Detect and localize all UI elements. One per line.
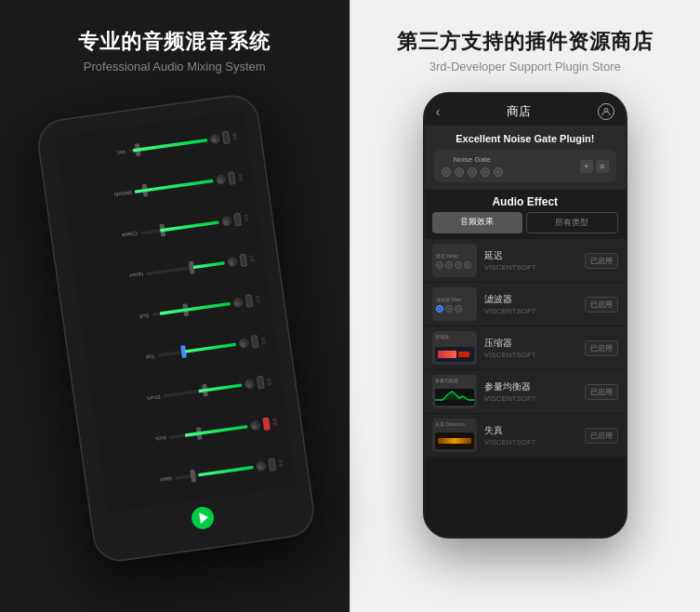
user-svg <box>601 107 611 116</box>
plugin-name-delay: 延迟 <box>484 249 577 262</box>
plugin-thumb-compressor: 压缩器 <box>432 331 477 365</box>
plugin-card-info: Noise Gate <box>442 155 503 177</box>
plugin-list: 延迟 Delay 延迟 VISCENTSOFT <box>425 239 626 537</box>
knob-3 <box>468 167 477 177</box>
plugin-status-eq[interactable]: 已启用 <box>585 384 618 400</box>
plugin-vendor-distortion: VISCENTSOFT <box>484 438 577 446</box>
plugin-item-distortion[interactable]: 失真 Distortion 失真 VISCENTSOFT 已启用 <box>425 414 626 457</box>
plugin-item-eq[interactable]: 参量均衡器 参量均衡器 VISCENTSOF <box>425 370 626 413</box>
plugin-name-filter: 滤波器 <box>484 293 577 306</box>
plugin-info-eq: 参量均衡器 VISCENTSOFT <box>484 380 577 403</box>
back-button[interactable]: ‹ <box>436 104 441 119</box>
right-panel: 第三方支持的插件资源商店 3rd-Developer Support Plugi… <box>350 0 701 612</box>
user-icon[interactable] <box>598 103 614 120</box>
play-button[interactable] <box>190 505 215 530</box>
plugin-status-filter[interactable]: 已启用 <box>585 297 618 313</box>
play-icon <box>199 512 209 524</box>
plugin-name-compressor: 压缩器 <box>484 337 577 350</box>
plugin-vendor-delay: VISCENTSOFT <box>484 263 577 272</box>
plugin-card-name: Noise Gate <box>442 155 503 164</box>
banner-title: Excellent Noise Gate Plugin! <box>434 133 616 144</box>
plugin-knobs-row <box>442 167 503 177</box>
tab-bar: 音频效果 所有类型 <box>425 212 626 239</box>
plugin-vendor-filter: VISCENTSOFT <box>484 307 577 315</box>
plugin-status-compressor[interactable]: 已启用 <box>585 340 618 356</box>
store-header: ‹ 商店 <box>425 94 626 126</box>
plugin-thumb-delay: 延迟 Delay <box>432 244 477 277</box>
plugin-card-buttons: + ≡ <box>580 160 609 173</box>
section-title: Audio Effect <box>425 190 626 212</box>
plugin-thumb-distortion: 失真 Distortion <box>432 419 477 452</box>
plugin-info-button[interactable]: ≡ <box>596 160 609 173</box>
phone-left-screen: Main 0.0 Kick <box>36 94 315 563</box>
left-title-en: Professional Audio Mixing System <box>84 60 266 73</box>
plugin-info-filter: 滤波器 VISCENTSOFT <box>484 293 577 315</box>
knob-2 <box>455 167 464 177</box>
plugin-item-delay[interactable]: 延迟 Delay 延迟 VISCENTSOFT <box>425 239 626 282</box>
plugin-thumb-eq: 参量均衡器 <box>432 375 477 408</box>
plugin-name-distortion: 失真 <box>484 424 577 437</box>
plugin-vendor-eq: VISCENTSOFT <box>484 394 577 403</box>
plugin-name-eq: 参量均衡器 <box>484 380 577 393</box>
plugin-thumb-filter: 滤波器 Filter <box>432 287 477 321</box>
left-title-zh: 专业的音频混音系统 <box>78 28 271 56</box>
store-title-label: 商店 <box>507 103 531 120</box>
tab-all-types[interactable]: 所有类型 <box>526 212 618 233</box>
knob-5 <box>494 167 503 177</box>
plugin-info-delay: 延迟 VISCENTSOFT <box>484 249 577 272</box>
plugin-info-compressor: 压缩器 VISCENTSOFT <box>484 337 577 359</box>
plugin-item-filter[interactable]: 滤波器 Filter 滤波器 VISCENTSOFT 已启用 <box>425 283 626 326</box>
store-banner: Excellent Noise Gate Plugin! Noise Gate <box>425 126 626 190</box>
eq-curve <box>435 389 474 406</box>
plugin-info-distortion: 失真 VISCENTSOFT <box>484 424 577 446</box>
phone-right-mockup: ‹ 商店 Excellent Noise Gate Plugin! Noise … <box>423 92 627 539</box>
plugin-card[interactable]: Noise Gate + ≡ <box>434 150 616 182</box>
plugin-status-delay[interactable]: 已启用 <box>585 253 618 269</box>
tab-audio-effect[interactable]: 音频效果 <box>432 212 522 233</box>
plugin-vendor-compressor: VISCENTSOFT <box>484 351 577 359</box>
plugin-item-compressor[interactable]: 压缩器 压缩器 VISCENTSOFT 已启用 <box>425 326 626 369</box>
plugin-status-distortion[interactable]: 已启用 <box>585 428 618 444</box>
phone-right-screen: ‹ 商店 Excellent Noise Gate Plugin! Noise … <box>425 94 626 537</box>
plugin-add-button[interactable]: + <box>580 160 593 173</box>
phone-left-mockup: Main 0.0 Kick <box>34 92 317 565</box>
right-title-en: 3rd-Developer Support Plugin Store <box>429 60 621 73</box>
knob-4 <box>481 167 490 177</box>
right-title-zh: 第三方支持的插件资源商店 <box>397 28 654 56</box>
left-panel: 专业的音频混音系统 Professional Audio Mixing Syst… <box>0 0 350 612</box>
knob-1 <box>442 167 451 177</box>
